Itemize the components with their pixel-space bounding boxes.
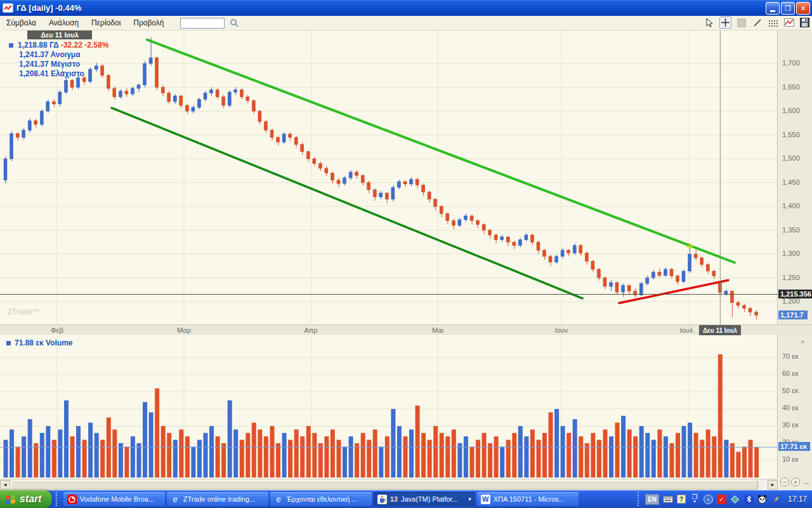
close-button[interactable]: ✕: [796, 2, 810, 15]
readout-open-label: Ανοιγμα: [51, 50, 81, 59]
zoom-out-icon[interactable]: −: [780, 478, 789, 486]
volume-tick-label: 10 εκ: [782, 455, 799, 463]
search-icon[interactable]: [230, 18, 239, 28]
volume-tick-label: 30 εκ: [782, 421, 799, 429]
volume-chart-svg: [0, 336, 778, 479]
readout-high-value: 1,241.37: [19, 60, 49, 69]
window-titlebar[interactable]: ΓΔ [daily] -0.44% ❐ ✕: [0, 0, 812, 16]
panda-antivirus-icon[interactable]: [757, 494, 768, 504]
sync-box-tray-icon[interactable]: [730, 494, 740, 504]
volume-pane-close-icon[interactable]: ×: [801, 338, 804, 345]
volume-tick-label: 60 εκ: [782, 370, 799, 377]
window-title: ΓΔ [daily] -0.44%: [16, 3, 81, 13]
scroll-right-button[interactable]: ►: [768, 480, 778, 490]
selected-date-axis-tag: Δευ 11 Ιουλ: [699, 325, 741, 336]
taskbar-button-news[interactable]: e Έρχονται εθελοντική ...: [270, 492, 372, 506]
start-button[interactable]: start: [0, 490, 52, 508]
price-tick-label: 1,450: [782, 178, 800, 186]
windows-logo-icon: [5, 494, 16, 504]
start-label: start: [20, 493, 42, 505]
month-label: Ιουλ: [680, 326, 693, 334]
price-tick-label: 1,550: [782, 131, 800, 138]
volume-tick-label: 50 εκ: [782, 387, 799, 394]
restore-window-icon[interactable]: ❐▾: [690, 494, 700, 504]
readout-low-label: Ελάχιστο: [51, 69, 84, 78]
price-tick-label: 1,500: [782, 154, 800, 162]
price-tick-label: 1,400: [782, 202, 800, 210]
price-chart-pane[interactable]: [0, 30, 778, 324]
menubar: Σύμβολα Ανάλυση Περίοδοι Προβολή: [0, 16, 812, 30]
help-note-icon[interactable]: ?: [677, 495, 686, 504]
symbol-search-input[interactable]: [180, 18, 225, 29]
vodafone-icon: [67, 495, 77, 504]
minimize-button[interactable]: [766, 2, 780, 15]
zoom-in-icon[interactable]: +: [791, 478, 800, 486]
system-tray: EN ? ❐▾ ‹ ✓ 17:17: [635, 490, 812, 508]
rocket-tray-icon[interactable]: [771, 494, 782, 504]
volume-axis[interactable]: 70 εκ60 εκ50 εκ40 εκ30 εκ20 εκ10 εκ17.71…: [778, 335, 812, 478]
menu-periods[interactable]: Περίοδοι: [85, 17, 127, 29]
menu-view[interactable]: Προβολή: [127, 17, 170, 29]
quicklaunch-handle[interactable]: [56, 492, 60, 506]
zoom-controls: − + ↔: [779, 474, 812, 490]
tray-handle[interactable]: [638, 492, 640, 506]
readout-change: -32.22 -2.58%: [61, 41, 108, 50]
series-bullet-icon: [9, 43, 13, 48]
menu-analysis[interactable]: Ανάλυση: [43, 17, 85, 29]
bluetooth-icon[interactable]: [744, 495, 754, 504]
hide-icons-chevron-icon[interactable]: ‹: [704, 495, 713, 504]
readout-last: 1,218.88 ΓΔ: [18, 41, 59, 50]
ohlc-readout: 1,218.88 ΓΔ -32.22 -2.58% 1,241.37 Ανοιγ…: [9, 41, 108, 79]
level-price-tag: 1,215.356: [778, 290, 812, 298]
last-price-tag: 1,171.7: [778, 311, 808, 319]
price-tick-label: 1,600: [782, 107, 800, 114]
fit-width-icon[interactable]: ↔: [802, 478, 811, 486]
keyboard-icon[interactable]: [663, 494, 673, 504]
app-chart-icon: [3, 3, 13, 13]
volume-legend: 71.88 εκ Volume: [6, 338, 73, 347]
pointer-tool-icon[interactable]: [704, 17, 716, 29]
save-icon[interactable]: [799, 17, 811, 29]
language-indicator[interactable]: EN: [645, 494, 659, 505]
red-monitor-tray-icon[interactable]: ✓: [717, 495, 726, 504]
price-tick-label: 1,650: [782, 83, 800, 91]
taskbar-button-ztrade[interactable]: e ZTrade online trading...: [167, 492, 268, 506]
minimize-icon: [770, 10, 775, 12]
time-axis[interactable]: ΦεβΜαρΑπρΜαιΙουνΙουλΔευ 11 Ιουλ: [0, 324, 812, 335]
volume-bullet-icon: [6, 341, 11, 345]
ruler-tool-icon[interactable]: [767, 17, 779, 29]
chart-style-icon[interactable]: [783, 17, 795, 29]
readout-open-value: 1,241.37: [19, 50, 49, 59]
crosshair-tool-icon[interactable]: [719, 17, 731, 29]
price-axis[interactable]: 1,7001,6501,6001,5501,5001,4501,4001,350…: [778, 30, 812, 324]
menu-symbols[interactable]: Σύμβολα: [0, 17, 43, 29]
ie-icon: e: [171, 495, 180, 504]
price-tick-label: 1,250: [782, 274, 800, 281]
taskbar-button-word[interactable]: W ΧΠΑ 150711 - Micros...: [477, 492, 579, 506]
scrollbar-thumb[interactable]: [11, 480, 758, 490]
volume-pane[interactable]: [0, 335, 778, 478]
readout-low-value: 1,208.41: [19, 69, 49, 78]
crosshair-date-tag: Δευ 11 Ιουλ: [27, 30, 92, 39]
restore-icon: ❐: [785, 4, 791, 13]
group-dropdown-icon: ▾: [468, 496, 471, 502]
taskbar-button-java-group[interactable]: 13 Java(TM) Platfor... ▾: [374, 492, 475, 506]
month-label: Απρ: [304, 326, 317, 334]
taskbar-button-vodafone[interactable]: Vodafone Mobile Broa...: [63, 492, 165, 506]
desktop: ΓΔ [daily] -0.44% ❐ ✕ Σύμβολα Ανάλυση Πε…: [0, 0, 812, 508]
word-icon: W: [481, 495, 490, 504]
restore-button[interactable]: ❐: [781, 2, 795, 15]
month-label: Ιουν: [555, 326, 568, 334]
month-label: Φεβ: [51, 326, 63, 334]
java-icon: [377, 495, 387, 504]
volume-tick-label: 40 εκ: [782, 404, 799, 411]
grid-tool-icon[interactable]: [735, 17, 747, 29]
volume-tick-label: 70 εκ: [782, 352, 799, 360]
trendline-tool-icon[interactable]: [751, 17, 763, 29]
ztrade-watermark: ZTrade™: [8, 307, 40, 316]
horizontal-scrollbar[interactable]: ◄ ►: [0, 479, 778, 490]
month-label: Μαρ: [177, 326, 191, 334]
scroll-left-button[interactable]: ◄: [0, 480, 10, 490]
taskbar-clock: 17:17: [788, 495, 807, 504]
price-tick-label: 1,300: [782, 250, 800, 257]
